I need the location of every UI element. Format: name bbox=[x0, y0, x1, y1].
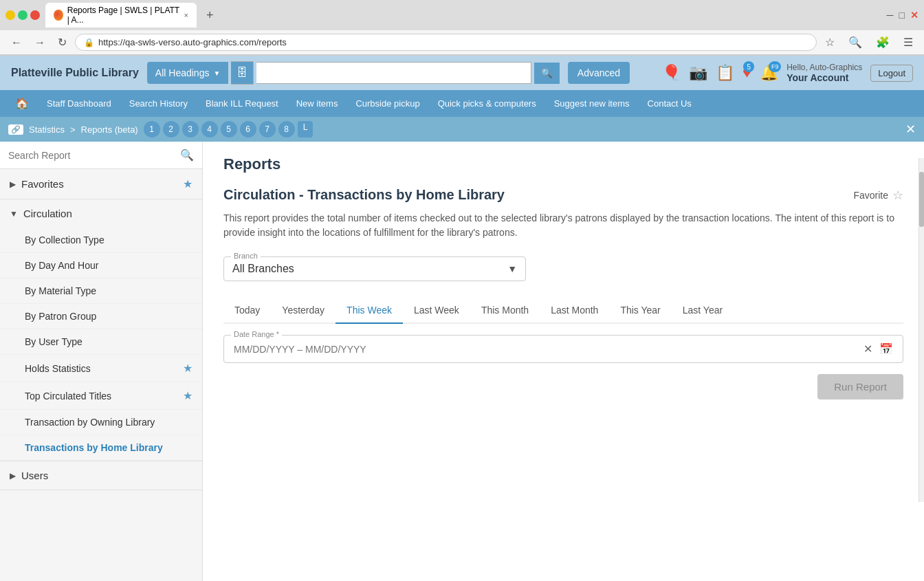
sidebar-item-by-collection-type[interactable]: By Collection Type bbox=[0, 228, 202, 253]
top-circulated-star-icon[interactable]: ★ bbox=[183, 389, 192, 402]
date-tabs: Today Yesterday This Week Last Week This… bbox=[223, 298, 903, 324]
users-arrow-icon: ▶ bbox=[10, 471, 16, 481]
search-type-dropdown[interactable]: All Headings ▼ bbox=[147, 62, 229, 84]
nav-search-history[interactable]: Search History bbox=[121, 91, 196, 116]
camera-icon-button[interactable]: 📷 bbox=[689, 64, 707, 82]
sidebar: 🔍 ▶ Favorites ★ ▼ Circulation By Collect… bbox=[0, 142, 203, 581]
favorite-label: Favorite bbox=[853, 190, 888, 201]
sidebar-item-by-day-hour[interactable]: By Day And Hour bbox=[0, 253, 202, 278]
list-icon-button[interactable]: 📋 bbox=[716, 64, 734, 82]
address-url: https://qa-swls-verso.auto-graphics.com/… bbox=[98, 37, 808, 47]
date-tab-last-month[interactable]: Last Month bbox=[540, 298, 609, 322]
nav-quick-picks[interactable]: Quick picks & computers bbox=[430, 91, 544, 116]
close-breadcrumb-button[interactable]: ✕ bbox=[905, 122, 916, 137]
maximize-button[interactable] bbox=[18, 10, 28, 20]
user-greeting: Hello, Auto-Graphics bbox=[786, 63, 862, 72]
window-close-icon[interactable]: ✕ bbox=[910, 10, 918, 21]
nav-staff-dashboard[interactable]: Staff Dashboard bbox=[38, 91, 120, 116]
database-icon: 🗄 bbox=[231, 61, 254, 85]
branch-value: All Branches bbox=[232, 263, 294, 275]
clear-date-button[interactable]: ✕ bbox=[864, 342, 872, 355]
date-tab-this-week[interactable]: This Week bbox=[336, 298, 403, 324]
search-input[interactable] bbox=[256, 62, 531, 84]
date-tab-last-year[interactable]: Last Year bbox=[672, 298, 734, 322]
heart-icon-button[interactable]: ♥ 5 bbox=[742, 64, 751, 82]
nav-contact[interactable]: Contact Us bbox=[639, 91, 700, 116]
page-num-3[interactable]: 3 bbox=[182, 121, 199, 138]
holds-statistics-label: Holds Statistics bbox=[25, 363, 91, 374]
date-range-input[interactable] bbox=[234, 344, 864, 355]
favorite-star-icon[interactable]: ☆ bbox=[892, 188, 903, 203]
bookmark-button[interactable]: ☆ bbox=[821, 34, 839, 50]
page-num-2[interactable]: 2 bbox=[163, 121, 179, 138]
logout-button[interactable]: Logout bbox=[870, 65, 913, 82]
balloon-icon: 🎈 bbox=[662, 64, 681, 81]
favorites-star-icon[interactable]: ★ bbox=[183, 177, 192, 190]
address-bar[interactable]: 🔒 https://qa-swls-verso.auto-graphics.co… bbox=[75, 34, 817, 51]
sidebar-item-by-patron-group[interactable]: By Patron Group bbox=[0, 304, 202, 329]
page-num-1[interactable]: 1 bbox=[144, 121, 160, 138]
page-num-6[interactable]: 6 bbox=[240, 121, 256, 138]
search-type-label: All Headings bbox=[155, 67, 210, 78]
sidebar-circulation-header[interactable]: ▼ Circulation bbox=[0, 199, 202, 228]
date-tab-last-week[interactable]: Last Week bbox=[403, 298, 470, 322]
date-tab-yesterday[interactable]: Yesterday bbox=[271, 298, 336, 322]
favorite-button[interactable]: Favorite ☆ bbox=[853, 188, 903, 203]
nav-suggest[interactable]: Suggest new items bbox=[546, 91, 638, 116]
sidebar-section-circulation: ▼ Circulation By Collection Type By Day … bbox=[0, 199, 202, 461]
sidebar-search-input[interactable] bbox=[8, 150, 180, 161]
sidebar-item-by-material-type[interactable]: By Material Type bbox=[0, 278, 202, 304]
date-tab-this-year[interactable]: This Year bbox=[609, 298, 671, 322]
page-num-7[interactable]: 7 bbox=[259, 121, 276, 138]
browser-search-button[interactable]: 🔍 bbox=[844, 34, 866, 50]
sidebar-users-header[interactable]: ▶ Users bbox=[0, 461, 202, 490]
breadcrumb-reports[interactable]: Reports (beta) bbox=[81, 124, 138, 135]
window-restore-icon[interactable]: □ bbox=[899, 10, 905, 21]
bell-icon-button[interactable]: 🔔 F9 bbox=[760, 64, 778, 82]
calendar-icon-button[interactable]: 📅 bbox=[879, 342, 893, 355]
run-report-button[interactable]: Run Report bbox=[817, 374, 903, 399]
sidebar-item-top-circulated[interactable]: Top Circulated Titles ★ bbox=[0, 382, 202, 410]
page-num-4[interactable]: 4 bbox=[201, 121, 218, 138]
forward-button[interactable]: → bbox=[30, 35, 50, 50]
nav-new-items[interactable]: New items bbox=[288, 91, 346, 116]
tab-close-button[interactable]: × bbox=[184, 11, 188, 19]
sidebar-search-button[interactable]: 🔍 bbox=[180, 149, 194, 162]
extensions-button[interactable]: 🧩 bbox=[872, 34, 894, 50]
sidebar-item-holds-statistics[interactable]: Holds Statistics ★ bbox=[0, 355, 202, 382]
sidebar-item-transaction-owning[interactable]: Transaction by Owning Library bbox=[0, 410, 202, 435]
page-num-5[interactable]: 5 bbox=[221, 121, 237, 138]
page-num-8[interactable]: 8 bbox=[278, 121, 295, 138]
balloon-icon-button[interactable]: 🎈 bbox=[662, 64, 681, 82]
reload-button[interactable]: ↻ bbox=[54, 34, 71, 50]
page-numbers: 1 2 3 4 5 6 7 8 L bbox=[144, 121, 314, 138]
date-tab-this-month[interactable]: This Month bbox=[470, 298, 540, 322]
sidebar-item-transactions-home[interactable]: Transactions by Home Library bbox=[0, 435, 202, 461]
branch-dropdown[interactable]: Branch All Branches ▼ bbox=[223, 256, 526, 281]
search-go-button[interactable]: 🔍 bbox=[534, 63, 560, 84]
holds-statistics-star-icon[interactable]: ★ bbox=[183, 362, 192, 375]
advanced-search-button[interactable]: Advanced bbox=[568, 62, 630, 84]
sidebar-search-area: 🔍 bbox=[0, 142, 202, 169]
close-window-button[interactable] bbox=[30, 10, 40, 20]
report-description: This report provides the total number of… bbox=[223, 211, 903, 240]
nav-blank-ill[interactable]: Blank ILL Request bbox=[197, 91, 287, 116]
breadcrumb-statistics[interactable]: Statistics bbox=[29, 124, 65, 135]
browser-tab[interactable]: Reports Page | SWLS | PLATT | A... × bbox=[45, 3, 197, 28]
menu-button[interactable]: ☰ bbox=[899, 34, 917, 50]
user-account-link[interactable]: Your Account bbox=[786, 72, 862, 83]
sidebar-item-by-user-type[interactable]: By User Type bbox=[0, 329, 202, 355]
back-button[interactable]: ← bbox=[7, 35, 26, 50]
nav-curbside[interactable]: Curbside pickup bbox=[347, 91, 428, 116]
window-minimize-icon[interactable]: ─ bbox=[887, 10, 894, 21]
page-num-l[interactable]: L bbox=[298, 121, 314, 138]
date-tab-today[interactable]: Today bbox=[223, 298, 271, 322]
window-controls bbox=[6, 10, 40, 20]
link-icon: 🔗 bbox=[8, 124, 23, 135]
holds-statistics-row: Holds Statistics ★ bbox=[25, 362, 192, 375]
nav-home[interactable]: 🏠 bbox=[7, 90, 37, 117]
f9-badge: F9 bbox=[769, 61, 781, 72]
sidebar-favorites-header[interactable]: ▶ Favorites ★ bbox=[0, 169, 202, 199]
new-tab-button[interactable]: + bbox=[202, 8, 218, 23]
minimize-button[interactable] bbox=[6, 10, 15, 20]
